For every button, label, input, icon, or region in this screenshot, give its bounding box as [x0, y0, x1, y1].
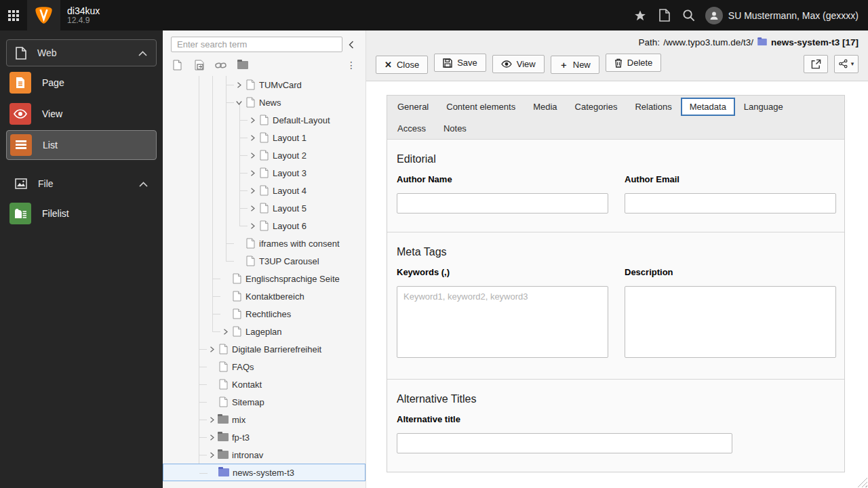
chevron-right-icon[interactable]	[206, 432, 217, 443]
tree-node-label[interactable]: FAQs	[232, 362, 254, 372]
tree-node[interactable]: T3UP Carousel	[163, 252, 366, 270]
tree-node[interactable]: news-system-t3	[163, 464, 366, 481]
tree-node-label[interactable]: Layout 6	[273, 221, 307, 231]
folder-icon[interactable]	[237, 61, 248, 69]
tab-categories[interactable]: Categories	[566, 98, 627, 116]
chevron-down-icon[interactable]	[233, 97, 244, 108]
page-shortcut-icon[interactable]	[193, 60, 205, 70]
chevron-right-icon[interactable]	[206, 414, 217, 425]
tree-node[interactable]: intronav	[163, 446, 366, 464]
chevron-right-icon[interactable]	[247, 203, 258, 214]
tree-node[interactable]: FAQs	[163, 358, 366, 375]
tree-node-label[interactable]: Layout 3	[273, 168, 307, 178]
chevron-right-icon[interactable]	[247, 167, 258, 178]
author-email-input[interactable]	[625, 193, 836, 214]
tree-node[interactable]: Sitemap	[163, 393, 366, 411]
sidebar-item-filelist[interactable]: Filelist	[6, 199, 157, 228]
username[interactable]: SU Mustermann, Max (gexxxx)	[728, 10, 859, 21]
tree-node[interactable]: Layout 1	[163, 129, 366, 146]
close-button[interactable]: ✕Close	[376, 56, 428, 74]
tree-node-label[interactable]: Digitale Barrierefreiheit	[232, 344, 321, 354]
module-group-file[interactable]: File	[6, 170, 157, 197]
tree-node-label[interactable]: Lageplan	[245, 327, 282, 337]
tab-general[interactable]: General	[389, 98, 437, 116]
chevron-right-icon[interactable]	[247, 115, 258, 125]
chevron-right-icon[interactable]	[220, 326, 231, 337]
chevron-right-icon[interactable]	[247, 150, 258, 161]
link-icon[interactable]	[215, 62, 226, 69]
new-page-icon[interactable]	[172, 60, 183, 70]
tree-node-label[interactable]: Layout 2	[273, 150, 307, 161]
tree-node-label[interactable]: iframes with consent	[259, 239, 340, 249]
tree-node-label[interactable]: mix	[232, 415, 245, 425]
module-group-web[interactable]: Web	[6, 39, 157, 66]
open-in-window-button[interactable]	[804, 55, 828, 73]
tree-node[interactable]: Layout 4	[163, 182, 366, 199]
chevron-right-icon[interactable]	[206, 344, 217, 354]
tree-node-label[interactable]: Kontaktbereich	[245, 291, 304, 302]
chevron-right-icon[interactable]	[206, 449, 217, 460]
view-button[interactable]: View	[492, 55, 545, 73]
tree-node-label[interactable]: Kontakt	[232, 380, 262, 390]
delete-button[interactable]: Delete	[606, 54, 662, 72]
bookmark-star-icon[interactable]	[628, 0, 652, 30]
tree-node[interactable]: News	[163, 94, 366, 111]
alternative-title-input[interactable]	[397, 433, 732, 453]
tree-node[interactable]: mix	[163, 411, 366, 428]
tree-node[interactable]: fp-t3	[163, 428, 366, 446]
tree-node-label[interactable]: Englischsprachige Seite	[245, 274, 340, 284]
tree-node-label[interactable]: Layout 1	[273, 133, 307, 143]
tree-node-label[interactable]: News	[259, 98, 281, 108]
tab-media[interactable]: Media	[524, 98, 566, 116]
tree-node[interactable]: iframes with consent	[163, 235, 366, 252]
tree-node-label[interactable]: Layout 4	[273, 186, 307, 196]
typo3-logo[interactable]	[27, 0, 60, 30]
sidebar-item-view[interactable]: View	[6, 99, 157, 129]
chevron-right-icon[interactable]	[233, 79, 244, 90]
chevron-right-icon[interactable]	[247, 185, 258, 196]
tree-node-label[interactable]: Sitemap	[232, 397, 264, 407]
tree-node[interactable]: Layout 2	[163, 146, 366, 164]
tree-node[interactable]: Layout 5	[163, 199, 366, 217]
tab-metadata[interactable]: Metadata	[681, 98, 735, 116]
document-icon[interactable]	[652, 0, 677, 30]
tab-access[interactable]: Access	[389, 119, 435, 138]
tree-node[interactable]: Rechtliches	[163, 305, 366, 323]
tree-node[interactable]: TUMvCard	[163, 76, 366, 94]
tab-notes[interactable]: Notes	[435, 119, 475, 138]
tree-node-label[interactable]: fp-t3	[232, 432, 250, 443]
tree-node-label[interactable]: Default-Layout	[273, 115, 330, 125]
avatar[interactable]	[705, 7, 723, 24]
tab-content-elements[interactable]: Content elements	[437, 98, 524, 116]
author-name-input[interactable]	[397, 193, 608, 214]
tree-node[interactable]: Digitale Barrierefreiheit	[163, 340, 366, 358]
tree-node-label[interactable]: Rechtliches	[245, 309, 291, 319]
tree-node[interactable]: Layout 6	[163, 217, 366, 235]
tab-relations[interactable]: Relations	[626, 98, 680, 116]
tree-node[interactable]: Englischsprachige Seite	[163, 270, 366, 287]
collapse-tree-icon[interactable]	[342, 37, 360, 52]
sidebar-item-page[interactable]: Page	[6, 68, 157, 98]
tree-node[interactable]: Kontakt	[163, 375, 366, 393]
new-button[interactable]: ＋New	[551, 56, 599, 74]
save-button[interactable]: Save	[434, 54, 486, 72]
tree-search-input[interactable]	[171, 37, 342, 52]
apps-grid-icon[interactable]	[0, 0, 27, 30]
tree-node-label[interactable]: TUMvCard	[259, 80, 302, 90]
tree-node[interactable]: Default-Layout	[163, 111, 366, 129]
share-button[interactable]: ▾	[834, 55, 859, 73]
tree-node[interactable]: Layout 3	[163, 164, 366, 182]
tree-node[interactable]: Lageplan	[163, 323, 366, 340]
keywords--textarea[interactable]	[397, 286, 608, 358]
description-textarea[interactable]	[625, 286, 836, 358]
tree-node-label[interactable]: T3UP Carousel	[259, 256, 319, 266]
chevron-right-icon[interactable]	[247, 220, 258, 231]
tree-node-label[interactable]: Layout 5	[273, 203, 307, 214]
tab-language[interactable]: Language	[735, 98, 792, 116]
chevron-right-icon[interactable]	[247, 132, 258, 143]
tree-node[interactable]: Kontaktbereich	[163, 287, 366, 305]
tree-node-label[interactable]: intronav	[232, 450, 263, 460]
more-vertical-icon[interactable]: ⋮	[347, 60, 356, 70]
tree-node-label[interactable]: news-system-t3	[233, 468, 294, 478]
search-icon[interactable]	[677, 0, 701, 30]
